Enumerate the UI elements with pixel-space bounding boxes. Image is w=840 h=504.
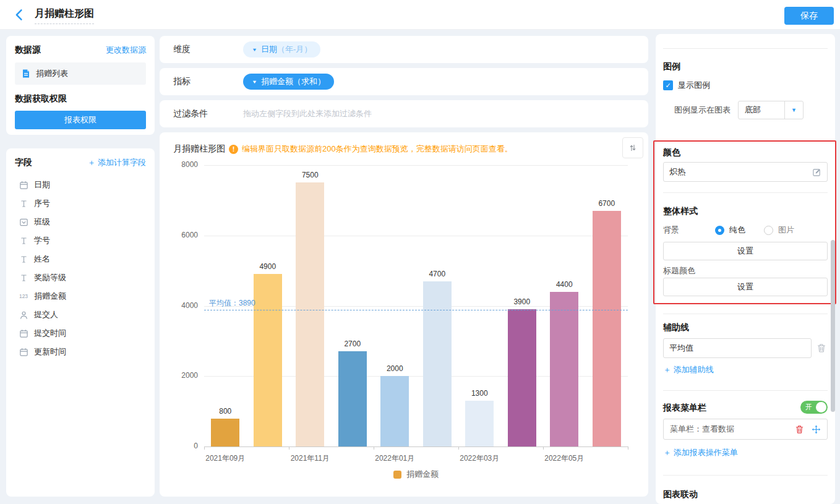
report-permission-button[interactable]: 报表权限 (15, 111, 146, 129)
show-legend-label: 显示图例 (678, 80, 710, 91)
bg-solid-radio[interactable] (715, 226, 724, 235)
scrollbar-thumb[interactable] (831, 240, 835, 412)
chart-legend: 捐赠金额 (204, 469, 628, 480)
chevron-down-icon: ▼ (252, 79, 257, 85)
move-icon[interactable] (812, 425, 821, 434)
background-row: 背景 纯色 图片 (663, 224, 828, 236)
add-calc-field-link[interactable]: ＋ 添加计算字段 (87, 157, 146, 168)
bar-2021年11月[interactable] (296, 182, 324, 446)
y-axis-label: 0 (166, 442, 198, 450)
divider (663, 192, 828, 193)
worksheet-icon (21, 69, 31, 79)
gridline (204, 236, 628, 236)
average-reference-line (204, 310, 628, 310)
edit-icon[interactable] (812, 168, 821, 177)
bar-value-label: 4700 (413, 270, 462, 278)
refline-section-title: 辅助线 (663, 322, 828, 333)
plus-icon: ＋ (663, 365, 674, 374)
text-icon (19, 273, 28, 283)
title-color-set-button[interactable]: 设置 (663, 278, 828, 296)
linkage-section-title: 图表联动 (663, 489, 828, 500)
divider (663, 475, 828, 476)
field-item-序号[interactable]: 序号 (15, 194, 146, 213)
field-item-日期[interactable]: 日期 (15, 176, 146, 194)
bg-solid-label: 纯色 (729, 224, 745, 236)
bg-image-label: 图片 (778, 224, 794, 236)
filter-row[interactable]: 过滤条件 拖动左侧字段到此处来添加过滤条件 (160, 100, 648, 127)
bar-2021年10月[interactable] (254, 274, 282, 446)
field-item-学号[interactable]: 学号 (15, 231, 146, 250)
save-button[interactable]: 保存 (784, 7, 834, 25)
y-axis-label: 8000 (166, 160, 198, 169)
trash-icon[interactable] (816, 343, 826, 353)
menu-item-label: 菜单栏：查看数据 (670, 424, 787, 435)
toggle-knob (816, 402, 826, 412)
dimension-label: 维度 (173, 44, 191, 55)
metric-row: 指标 ▼ 捐赠金额（求和） (160, 68, 648, 95)
fields-list: 日期序号班级学号姓名奖励等级123捐赠金额提交人提交时间更新时间 (15, 176, 146, 361)
title-color-label: 标题颜色 (663, 265, 828, 276)
bar-2022年01月[interactable] (380, 376, 409, 446)
show-legend-checkbox[interactable]: ✓ (663, 80, 673, 90)
field-item-提交时间[interactable]: 提交时间 (15, 324, 146, 343)
calendar-icon (19, 347, 28, 357)
field-item-奖励等级[interactable]: 奖励等级 (15, 268, 146, 287)
color-scheme-value: 炽热 (669, 166, 685, 177)
dimension-chip[interactable]: ▼ 日期（年-月） (243, 41, 320, 58)
refline-value: 平均值 (669, 343, 693, 354)
bar-value-label: 4900 (243, 262, 293, 271)
bar-2021年12月[interactable] (338, 351, 367, 446)
bar-chart: 0200040006000800080049007500270020004700… (160, 132, 648, 497)
bar-2022年02月[interactable] (423, 281, 452, 446)
add-refline-link[interactable]: ＋ 添加辅助线 (663, 364, 828, 375)
filter-label: 过滤条件 (173, 108, 208, 119)
bar-2022年06月[interactable] (593, 211, 621, 446)
page-title[interactable]: 月捐赠柱形图 (35, 7, 94, 24)
field-item-捐赠金额[interactable]: 123捐赠金额 (15, 287, 146, 305)
color-section-title: 颜色 (663, 147, 828, 158)
menu-toggle[interactable]: 开 (800, 401, 828, 414)
legend-position-select[interactable]: 底部 ▼ (738, 101, 804, 119)
calendar-icon (19, 180, 28, 190)
bar-2022年05月[interactable] (550, 292, 578, 446)
field-item-班级[interactable]: 班级 (15, 213, 146, 231)
bar-value-label: 1300 (455, 389, 504, 398)
datasource-title: 数据源 (15, 45, 41, 56)
color-scheme-input[interactable]: 炽热 (663, 162, 828, 182)
change-datasource-link[interactable]: 更改数据源 (106, 45, 146, 56)
chevron-down-icon: ▼ (252, 47, 257, 53)
text-icon (19, 199, 28, 208)
y-axis-label: 6000 (166, 231, 198, 239)
menu-item-row[interactable]: 菜单栏：查看数据 (663, 419, 828, 440)
field-item-更新时间[interactable]: 更新时间 (15, 343, 146, 361)
legend-section-title: 图例 (663, 61, 828, 72)
gridline (204, 446, 628, 447)
datasource-item[interactable]: 捐赠列表 (15, 62, 146, 85)
style-section-title: 整体样式 (663, 206, 828, 217)
x-axis-label: 2021年09月 (185, 453, 265, 464)
x-axis-label: 2022年03月 (439, 453, 520, 464)
bar-2021年09月[interactable] (211, 419, 239, 447)
metric-chip[interactable]: ▼ 捐赠金额（求和） (243, 74, 334, 90)
bar-2022年04月[interactable] (508, 309, 536, 446)
field-item-姓名[interactable]: 姓名 (15, 250, 146, 268)
dimension-row: 维度 ▼ 日期（年-月） (160, 36, 648, 63)
text-icon (19, 236, 28, 246)
refline-input[interactable]: 平均值 (663, 338, 812, 358)
back-icon[interactable] (12, 8, 26, 22)
x-axis-label: 2022年05月 (524, 453, 604, 464)
delete-menu-icon[interactable] (795, 425, 804, 434)
bg-image-radio[interactable] (764, 226, 773, 235)
plus-icon: ＋ (87, 158, 98, 167)
bar-2022年03月[interactable] (465, 401, 494, 446)
legend-label[interactable]: 捐赠金额 (406, 469, 439, 480)
background-set-button[interactable]: 设置 (663, 242, 828, 260)
x-axis-tick (289, 446, 289, 450)
field-item-提交人[interactable]: 提交人 (15, 305, 146, 324)
divider (663, 390, 828, 391)
y-axis-label: 2000 (166, 371, 198, 380)
bar-value-label: 7500 (285, 171, 335, 179)
legend-position-value: 底部 (739, 101, 784, 119)
add-menu-link[interactable]: ＋ 添加报表操作菜单 (663, 447, 828, 458)
plus-icon: ＋ (663, 448, 674, 457)
